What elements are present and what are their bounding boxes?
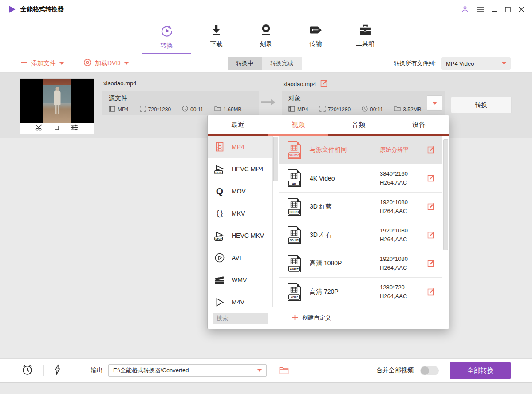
- nav-tab-label: 转换: [161, 42, 173, 50]
- svg-text:3D LR: 3D LR: [290, 239, 299, 242]
- preset-row-same-as-source[interactable]: source 与源文件相同 原始分辨率: [279, 136, 442, 164]
- folder-icon: [394, 106, 401, 113]
- format-list-scrollbar[interactable]: [272, 136, 279, 307]
- filmstrip-icon: [213, 142, 226, 152]
- preset-row-3d-left-right[interactable]: 3D LR 3D 左右 1920*1080H264,AAC: [279, 221, 442, 249]
- preset-row-4k-video[interactable]: 4K 4K Video 3840*2160H264,AAC: [279, 164, 442, 193]
- scrollbar-thumb[interactable]: [273, 137, 278, 181]
- edit-preset-icon[interactable]: [427, 202, 436, 211]
- add-files-button[interactable]: 添加文件: [20, 59, 64, 67]
- target-panel-title: 对象: [288, 95, 439, 102]
- output-path-value: E:\全能格式转换器\Converted: [113, 366, 189, 374]
- edit-preset-icon[interactable]: [427, 288, 436, 296]
- convert-all-button[interactable]: 全部转换: [450, 362, 511, 379]
- menu-icon[interactable]: [477, 6, 484, 12]
- plus-icon: [292, 314, 298, 322]
- clock-icon: [182, 106, 188, 113]
- search-input[interactable]: [213, 313, 268, 324]
- format-item-avi[interactable]: AVI: [208, 247, 272, 269]
- plus-icon: [20, 59, 28, 67]
- quicktime-q-icon: Q: [213, 186, 226, 197]
- toolbar: 添加文件 加载DVD 转换中 转换完成 转换所有文件到: MP4 Video: [0, 54, 532, 73]
- hevc-play-icon: HEVC: [213, 164, 226, 175]
- format-label: M4V: [232, 299, 244, 306]
- create-custom-button[interactable]: 创建自定义: [292, 314, 331, 322]
- preset-name: 高清 720P: [310, 288, 380, 296]
- nav-tab-download[interactable]: 下载: [202, 18, 231, 54]
- output-format-select[interactable]: MP4 Video: [441, 57, 511, 70]
- nav-tab-burn[interactable]: 刻录: [252, 18, 281, 54]
- close-icon[interactable]: [518, 6, 524, 12]
- format-label: HEVC MP4: [232, 165, 264, 173]
- svg-text:720P: 720P: [291, 296, 298, 299]
- format-item-mp4[interactable]: MP4: [208, 136, 272, 158]
- edit-preset-icon[interactable]: [427, 231, 436, 239]
- nav-tab-toolbox[interactable]: 工具箱: [351, 18, 380, 54]
- target-format-dropdown-button[interactable]: [427, 95, 442, 111]
- edit-preset-icon[interactable]: [427, 259, 436, 268]
- convert-row-button[interactable]: 转换: [451, 97, 512, 113]
- format-item-mkv[interactable]: { } MKV: [208, 202, 272, 225]
- open-output-folder-icon[interactable]: [279, 366, 289, 374]
- format-label: HEVC MKV: [232, 232, 264, 239]
- format-label: AVI: [232, 254, 241, 261]
- preset-detail: 1920*1080H264,AAC: [380, 255, 408, 272]
- format-item-mov[interactable]: Q MOV: [208, 180, 272, 202]
- crop-icon[interactable]: [53, 124, 60, 133]
- user-account-icon[interactable]: [461, 5, 469, 13]
- merge-all-videos-label: 合并全部视频: [376, 366, 414, 374]
- bottom-bar: 输出 E:\全能格式转换器\Converted 合并全部视频 全部转换: [0, 358, 532, 382]
- toggle-knob: [421, 366, 429, 375]
- scrollbar-thumb[interactable]: [443, 139, 448, 250]
- tab-device[interactable]: 设备: [389, 115, 449, 134]
- nav-tab-label: 传输: [310, 40, 322, 48]
- source-format: MP4: [118, 106, 129, 113]
- minimize-icon[interactable]: [492, 7, 497, 12]
- format-item-hevc-mp4[interactable]: HEVC HEVC MP4: [208, 158, 272, 180]
- nav-tab-transfer[interactable]: 传输: [301, 18, 331, 54]
- resolution-icon: [140, 106, 146, 113]
- maximize-icon[interactable]: [505, 7, 511, 12]
- resolution-icon: [319, 106, 326, 113]
- load-dvd-button[interactable]: 加载DVD: [83, 59, 129, 68]
- nav-tab-convert[interactable]: 转换: [152, 18, 181, 54]
- format-item-wmv[interactable]: WMV: [208, 269, 272, 291]
- add-files-label: 添加文件: [31, 59, 56, 67]
- transfer-device-icon: [309, 24, 323, 38]
- effects-sliders-icon[interactable]: [70, 124, 79, 133]
- preset-name: 3D 红蓝: [310, 203, 380, 211]
- tab-recent[interactable]: 最近: [208, 115, 268, 134]
- svg-text:HEVC: HEVC: [215, 171, 222, 173]
- preset-list-scrollbar[interactable]: [442, 136, 449, 307]
- source-size: 1.69MB: [223, 106, 241, 113]
- hardware-acceleration-icon[interactable]: [54, 364, 61, 377]
- preset-detail: 1920*1080H264,AAC: [380, 226, 408, 244]
- preset-row-3d-red-blue[interactable]: 3D RB 3D 红蓝 1920*1080H264,AAC: [279, 193, 442, 221]
- tab-converted[interactable]: 转换完成: [262, 57, 302, 70]
- trim-scissors-icon[interactable]: [35, 124, 43, 133]
- target-resolution: 720*1280: [328, 106, 351, 113]
- tab-video[interactable]: 视频: [268, 115, 328, 134]
- chevron-down-icon: [59, 62, 64, 65]
- output-path-select[interactable]: E:\全能格式转换器\Converted: [108, 364, 267, 377]
- preset-detail: 3840*2160H264,AAC: [380, 169, 408, 187]
- titlebar: 全能格式转换器: [0, 0, 532, 18]
- format-item-hevc-mkv[interactable]: HEVC HEVC MKV: [208, 225, 272, 247]
- edit-preset-icon[interactable]: [427, 146, 436, 154]
- film-frame-icon: [288, 106, 295, 113]
- preset-detail: 1280*720H264,AAC: [380, 283, 407, 301]
- target-size: 3.52MB: [403, 106, 421, 113]
- schedule-alarm-icon[interactable]: [21, 364, 33, 378]
- format-item-m4v[interactable]: M4V: [208, 291, 272, 307]
- video-thumbnail: [20, 79, 94, 134]
- tab-audio[interactable]: 音频: [328, 115, 389, 134]
- merge-all-videos-toggle[interactable]: [420, 366, 439, 375]
- format-list: MP4 HEVC HEVC MP4 Q MOV { } MKV HEVC HEV…: [208, 136, 272, 307]
- tab-converting[interactable]: 转换中: [228, 57, 262, 70]
- nav-tab-label: 下载: [210, 40, 223, 48]
- create-custom-label: 创建自定义: [302, 314, 331, 322]
- preset-row-hd-720p[interactable]: 720P 高清 720P 1280*720H264,AAC: [279, 278, 442, 306]
- rename-edit-icon[interactable]: [320, 79, 329, 89]
- preset-row-hd-1080p[interactable]: 1080P 高清 1080P 1920*1080H264,AAC: [279, 249, 442, 278]
- edit-preset-icon[interactable]: [427, 174, 436, 182]
